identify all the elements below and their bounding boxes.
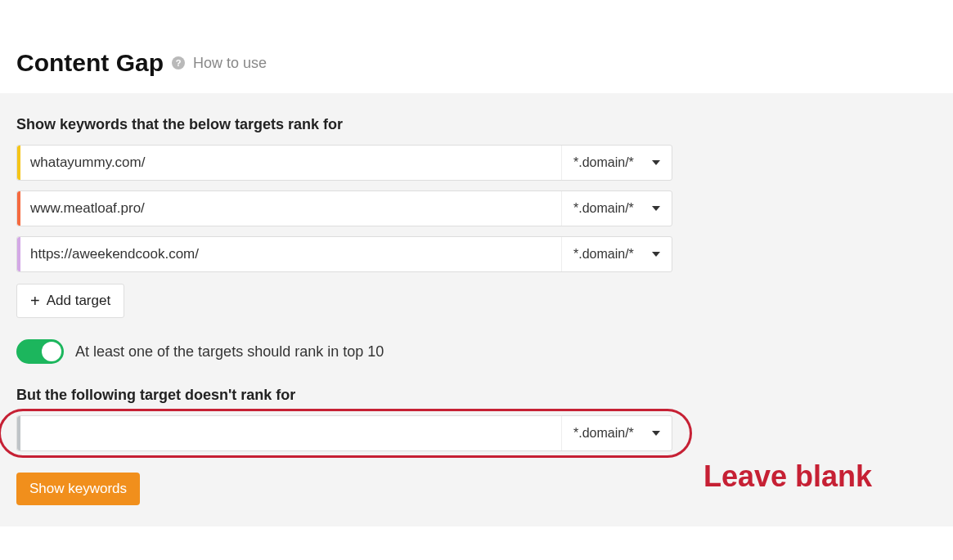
domain-mode-select[interactable]: *.domain/* [561, 191, 672, 226]
exclude-target-row: *.domain/* [16, 415, 672, 451]
toggle-knob [42, 342, 61, 361]
target-row: *.domain/* [16, 190, 672, 226]
chevron-down-icon [652, 252, 660, 257]
domain-mode-select[interactable]: *.domain/* [561, 416, 672, 450]
exclude-wrapper: *.domain/* [16, 415, 672, 451]
target-input[interactable] [20, 146, 561, 180]
domain-mode-text: *.domain/* [573, 155, 634, 170]
target-input[interactable] [20, 191, 561, 226]
toggle-row: At least one of the targets should rank … [16, 339, 937, 364]
domain-mode-text: *.domain/* [573, 426, 634, 441]
header-area: Content Gap ? How to use [0, 0, 953, 93]
domain-mode-select[interactable]: *.domain/* [561, 237, 672, 271]
page-title: Content Gap [16, 49, 164, 77]
domain-mode-text: *.domain/* [573, 201, 634, 216]
add-target-label: Add target [47, 293, 110, 309]
how-to-use-link[interactable]: How to use [193, 55, 267, 72]
title-row: Content Gap ? How to use [16, 49, 937, 77]
plus-icon: + [30, 293, 40, 309]
add-target-button[interactable]: + Add target [16, 284, 124, 318]
target-input[interactable] [20, 237, 561, 271]
target-row: *.domain/* [16, 236, 672, 272]
targets-section-label: Show keywords that the below targets ran… [16, 116, 937, 133]
chevron-down-icon [652, 431, 660, 436]
toggle-label: At least one of the targets should rank … [75, 343, 384, 361]
domain-mode-text: *.domain/* [573, 247, 634, 262]
exclude-section-label: But the following target doesn't rank fo… [16, 387, 937, 404]
rank-top10-toggle[interactable] [16, 339, 64, 364]
exclude-target-input[interactable] [20, 416, 561, 450]
annotation-text: Leave blank [704, 459, 872, 494]
form-panel: Show keywords that the below targets ran… [0, 93, 953, 526]
chevron-down-icon [652, 206, 660, 211]
help-icon[interactable]: ? [172, 56, 185, 69]
chevron-down-icon [652, 160, 660, 165]
domain-mode-select[interactable]: *.domain/* [561, 146, 672, 180]
target-row: *.domain/* [16, 145, 672, 181]
show-keywords-button[interactable]: Show keywords [16, 473, 140, 505]
